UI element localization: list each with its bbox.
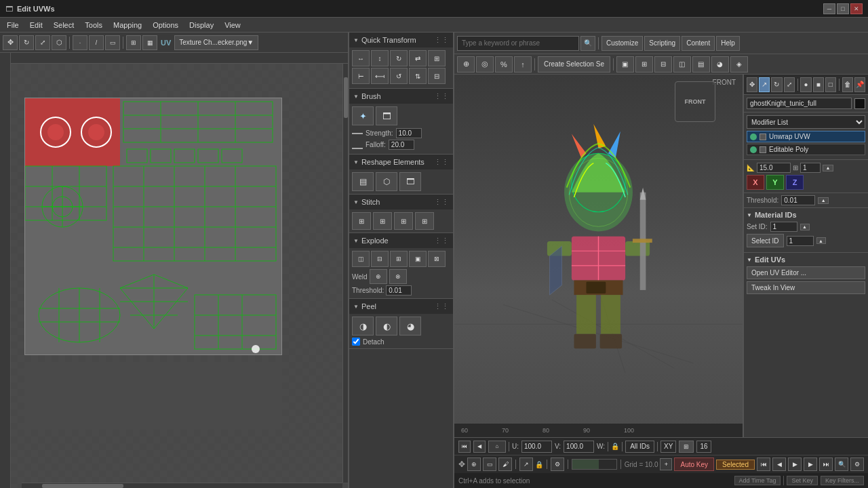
select-id-input[interactable]	[787, 236, 814, 246]
nav-cube[interactable]: FRONT	[675, 81, 715, 122]
reshape-btn1[interactable]: ▤	[352, 172, 374, 191]
delete-mod-btn[interactable]: 🗑	[842, 77, 853, 92]
brush-header[interactable]: ▼ Brush ⋮⋮	[349, 89, 453, 104]
quick-transform-header[interactable]: ▼ Quick Transform ⋮⋮	[349, 33, 453, 47]
layout-btn2[interactable]: ⊞	[635, 56, 653, 73]
material-ids-header[interactable]: ▼ Material IDs	[747, 211, 865, 219]
minimize-btn[interactable]: ─	[823, 3, 835, 14]
object-name-input[interactable]	[747, 98, 852, 109]
unwrap-uvw-modifier[interactable]: Unwrap UVW	[747, 131, 865, 142]
select-face-btn[interactable]: ▭	[105, 35, 120, 50]
reshape-btn2[interactable]: ⬡	[376, 172, 397, 191]
flip-v-btn[interactable]: ⇅	[409, 68, 427, 84]
v-input[interactable]	[564, 441, 594, 453]
thresh-up-btn[interactable]: ▲	[818, 197, 829, 204]
layout-btn4[interactable]: ◫	[673, 56, 691, 73]
peel-header[interactable]: ▼ Peel ⋮⋮	[349, 299, 453, 314]
move-u-btn[interactable]: ↔	[352, 50, 370, 66]
move-tool-btn[interactable]: ✥	[3, 35, 18, 50]
pin-btn[interactable]: 📌	[854, 77, 865, 92]
auto-key-btn[interactable]: Auto Key	[674, 458, 714, 471]
stitch-btn4[interactable]: ⊞	[415, 212, 434, 230]
all-ids-btn[interactable]: All IDs	[625, 441, 654, 453]
peel-btn1[interactable]: ◑	[352, 317, 374, 336]
create-sel-btn[interactable]: Create Selection Se	[538, 56, 610, 73]
play-next-btn[interactable]: ⏭	[819, 458, 833, 471]
next-frame-btn[interactable]: ▶	[804, 458, 817, 471]
x-axis-btn[interactable]: X	[747, 175, 764, 190]
explode-btn4[interactable]: ▣	[409, 251, 427, 267]
freeform-tool-btn[interactable]: ⬡	[52, 35, 66, 50]
center-u-btn[interactable]: ⊢	[352, 68, 370, 84]
detach-checkbox[interactable]	[352, 338, 360, 346]
grid-up-btn[interactable]: ▲	[823, 165, 833, 171]
move-props-btn[interactable]: ↗	[759, 77, 770, 92]
rotate-ccw-btn[interactable]: ↺	[390, 68, 408, 84]
nav-prev-btn[interactable]: ⏮	[458, 441, 471, 453]
edit-uvs-header[interactable]: ▼ Edit UVs	[747, 256, 865, 264]
menu-select[interactable]: Select	[48, 20, 80, 30]
select-tool-props-btn[interactable]: ✥	[747, 77, 757, 92]
xyz-value-input[interactable]	[757, 163, 791, 173]
set-key-btn[interactable]: Set Key	[787, 476, 818, 485]
menu-view[interactable]: View	[219, 20, 246, 30]
box-btn[interactable]: ■	[813, 77, 824, 92]
z-axis-btn[interactable]: Z	[786, 175, 804, 190]
paint-brush-btn[interactable]: 🗖	[376, 106, 397, 125]
y-axis-btn[interactable]: Y	[766, 175, 784, 190]
maximize-btn[interactable]: □	[837, 3, 849, 14]
stitch-btn3[interactable]: ⊞	[394, 212, 413, 230]
u-input[interactable]	[521, 441, 552, 453]
align-btn[interactable]: ⊟	[428, 68, 446, 84]
h-scrollbar[interactable]	[22, 483, 342, 488]
grid-icon-btn[interactable]: ⊞	[679, 441, 694, 453]
shader-btn[interactable]: ◕	[711, 56, 729, 73]
extra-btn[interactable]: ◈	[730, 56, 748, 73]
menu-mapping[interactable]: Mapping	[108, 20, 147, 30]
explode-btn5[interactable]: ⊠	[428, 251, 446, 267]
select-id-btn[interactable]: Select ID	[747, 234, 784, 247]
menu-display[interactable]: Display	[184, 20, 219, 30]
stitch-header[interactable]: ▼ Stitch ⋮⋮	[349, 195, 453, 209]
explode-btn3[interactable]: ⊞	[390, 251, 408, 267]
open-uv-editor-btn[interactable]: Open UV Editor ...	[747, 266, 865, 279]
scale-tool-btn[interactable]: ⤢	[35, 35, 50, 50]
flip-h-btn[interactable]: ⇄	[409, 50, 427, 66]
texture-dropdown[interactable]: Texture Ch...ecker.png ▼	[174, 35, 258, 50]
layout-btn1[interactable]: ▣	[616, 56, 634, 73]
snap-mode-btn[interactable]: ⊕	[467, 458, 481, 471]
rotate-cw-btn[interactable]: ↻	[390, 50, 408, 66]
select-mode-btn[interactable]: ▭	[483, 458, 496, 471]
percent-snap-btn[interactable]: %	[495, 56, 513, 73]
weld-btn1[interactable]: ⊕	[370, 269, 387, 284]
scripting-btn[interactable]: Scripting	[644, 36, 680, 51]
grid-value-input[interactable]	[800, 163, 821, 173]
customize-btn[interactable]: Customize	[601, 36, 643, 51]
spinner-snap-btn[interactable]: ↑	[514, 56, 532, 73]
editable-poly-modifier[interactable]: Editable Poly	[747, 144, 865, 155]
peel-btn3[interactable]: ◕	[399, 317, 421, 336]
wire-btn[interactable]: □	[825, 77, 836, 92]
play-btn[interactable]: ▶	[788, 458, 802, 471]
stitch-btn1[interactable]: ⊞	[352, 212, 371, 230]
home-btn[interactable]: ⌂	[488, 441, 506, 453]
nav-prev2-btn[interactable]: ◀	[473, 441, 486, 453]
xy-btn[interactable]: XY	[660, 441, 676, 453]
prev-frame-btn[interactable]: ◀	[772, 458, 786, 471]
angle-snap-btn[interactable]: ◎	[476, 56, 494, 73]
explode-header[interactable]: ▼ Explode ⋮⋮	[349, 233, 453, 248]
select-edge-btn[interactable]: /	[89, 35, 104, 50]
uv-canvas[interactable]	[11, 64, 348, 488]
threshold-input[interactable]	[781, 195, 815, 205]
stitch-btn2[interactable]: ⊞	[373, 212, 392, 230]
key-filters-btn[interactable]: Key Filters...	[821, 476, 864, 485]
select-vert-btn[interactable]: ·	[73, 35, 87, 50]
snap-btn[interactable]: ⊕	[457, 56, 475, 73]
setid-up-btn[interactable]: ▲	[800, 224, 810, 230]
scale-props-btn[interactable]: ⤢	[784, 77, 795, 92]
reshape-header[interactable]: ▼ Reshape Elements ⋮⋮	[349, 155, 453, 169]
explode-btn1[interactable]: ◫	[352, 251, 370, 267]
content-btn[interactable]: Content	[682, 36, 715, 51]
search-anim-btn[interactable]: 🔍	[835, 458, 848, 471]
menu-edit[interactable]: Edit	[24, 20, 48, 30]
